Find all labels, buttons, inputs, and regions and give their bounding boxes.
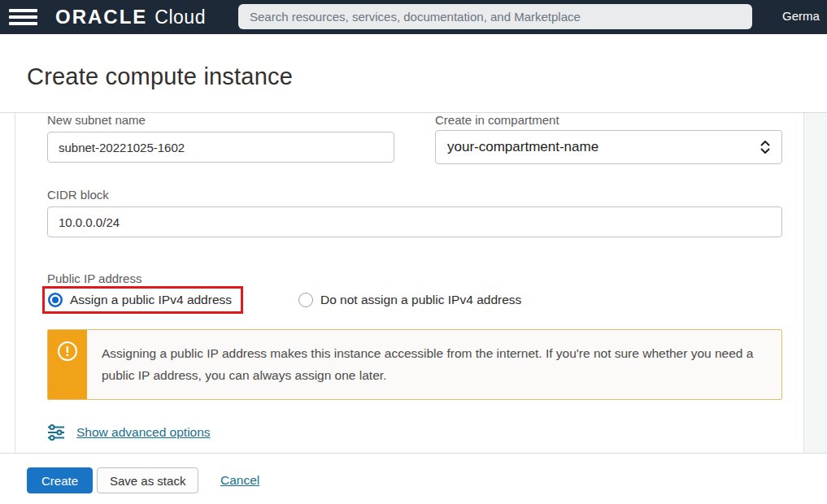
panel-left-border [15,113,15,453]
public-ip-radio-group: Assign a public IPv4 address Do not assi… [42,286,782,314]
scrollbar-track[interactable] [804,113,827,453]
compartment-label: Create in compartment [435,113,559,127]
radio-assign-label: Assign a public IPv4 address [70,293,232,307]
warning-message: Assigning a public IP address makes this… [87,330,781,399]
radio-assign-public-ipv4[interactable]: Assign a public IPv4 address [48,293,232,307]
cancel-link[interactable]: Cancel [220,473,259,488]
sliders-options-icon [47,424,65,441]
highlight-annotation-box: Assign a public IPv4 address [42,286,243,314]
cidr-block-label: CIDR block [47,188,109,202]
region-selector[interactable]: Germa [782,9,820,23]
warning-accent-block: ! [48,330,87,399]
cidr-block-input[interactable] [47,206,782,237]
panel-bottom-border [0,453,827,454]
subnet-name-input[interactable] [47,132,394,163]
page-title: Create compute instance [27,63,293,90]
subnet-name-label: New subnet name [47,113,146,127]
exclamation-circle-icon: ! [58,341,77,361]
radio-selected-icon[interactable] [48,293,63,307]
compartment-selected-value: your-compartment-name [447,139,760,155]
logo-oracle-text: ORACLE [55,6,147,28]
save-as-stack-button[interactable]: Save as stack [97,467,198,493]
public-ip-warning-banner: ! Assigning a public IP address makes th… [47,329,782,400]
hamburger-menu-icon[interactable] [9,9,37,25]
search-input[interactable] [238,4,752,29]
chevron-up-down-icon [760,141,770,154]
logo-cloud-text: Cloud [155,7,206,28]
radio-do-not-assign-public-ipv4[interactable]: Do not assign a public IPv4 address [298,293,521,307]
radio-unselected-icon[interactable] [298,293,313,307]
top-navigation-bar: ORACLE Cloud Germa [0,0,827,34]
show-advanced-options-link[interactable]: Show advanced options [76,425,211,440]
compartment-select[interactable]: your-compartment-name [435,130,782,164]
public-ip-label: Public IP address [47,272,141,285]
radio-do-not-assign-label: Do not assign a public IPv4 address [320,293,521,307]
create-button[interactable]: Create [27,467,93,493]
oracle-cloud-logo: ORACLE Cloud [55,6,206,28]
